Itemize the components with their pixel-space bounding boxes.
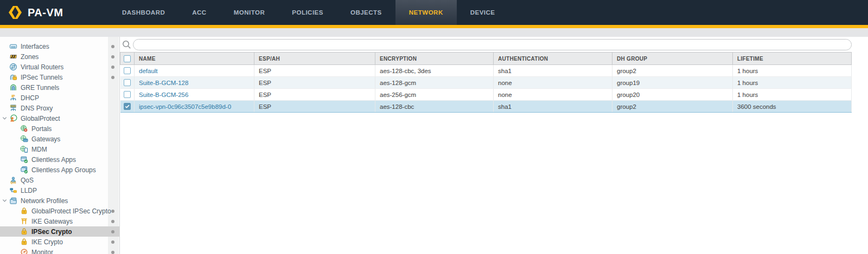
tab-device[interactable]: DEVICE: [457, 0, 509, 25]
sidebar-item-label: IPSec Crypto: [31, 228, 72, 236]
column-header-encryption[interactable]: ENCRYPTION: [375, 53, 494, 65]
status-dot: [111, 55, 114, 58]
column-header-name[interactable]: NAME: [135, 53, 254, 65]
virtual-routers-icon: [9, 63, 17, 71]
table-row[interactable]: Suite-B-GCM-256 ESP aes-256-gcm none gro…: [120, 89, 852, 101]
sidebar-item-label: LLDP: [21, 187, 37, 194]
sidebar-item-lldp[interactable]: LLDP: [0, 185, 119, 196]
row-checkbox-checked[interactable]: [124, 103, 131, 110]
cell-dh-group: group20: [612, 89, 733, 101]
sidebar-item-gateways[interactable]: Gateways: [0, 134, 119, 144]
ike-gateways-icon: [20, 217, 28, 225]
sidebar-item-ike-crypto[interactable]: IKE Crypto: [0, 237, 119, 247]
table-row-selected[interactable]: ipsec-vpn-0c96c3507c5e9b89d-0 ESP aes-12…: [120, 101, 852, 113]
mdm-icon: [20, 145, 28, 153]
profile-name-link[interactable]: Suite-B-GCM-256: [139, 92, 188, 98]
lldp-icon: [9, 186, 17, 194]
table-row[interactable]: default ESP aes-128-cbc, 3des sha1 group…: [120, 65, 852, 77]
gateways-icon: [20, 135, 28, 143]
search-input[interactable]: [133, 39, 852, 50]
sidebar-item-clientless-apps[interactable]: Clientless Apps: [0, 154, 119, 165]
sidebar-item-gre-tunnels[interactable]: GRE Tunnels: [0, 82, 119, 93]
sidebar-item-label: MDM: [31, 146, 47, 153]
tab-network[interactable]: NETWORK: [395, 0, 457, 25]
table-row[interactable]: Suite-B-GCM-128 ESP aes-128-gcm none gro…: [120, 77, 852, 89]
sidebar-item-interfaces[interactable]: Interfaces: [0, 41, 119, 51]
status-dot: [111, 251, 114, 254]
sidebar-item-label: GRE Tunnels: [21, 84, 59, 92]
zones-icon: [9, 53, 17, 61]
cell-lifetime: 3600 seconds: [733, 101, 852, 113]
profile-name-link[interactable]: default: [139, 68, 158, 74]
cell-lifetime: 1 hours: [733, 65, 852, 77]
cell-authentication: sha1: [494, 65, 612, 77]
status-dot: [111, 220, 114, 223]
tab-policies[interactable]: POLICIES: [278, 0, 337, 25]
profile-name-link[interactable]: Suite-B-GCM-128: [139, 80, 188, 86]
cell-esp-ah: ESP: [254, 77, 375, 89]
sidebar-item-zones[interactable]: Zones: [0, 51, 119, 62]
sidebar-item-virtual-routers[interactable]: Virtual Routers: [0, 62, 119, 72]
portals-icon: [20, 125, 28, 133]
tab-monitor[interactable]: MONITOR: [220, 0, 279, 25]
cell-encryption: aes-128-cbc, 3des: [375, 65, 494, 77]
cell-esp-ah: ESP: [254, 89, 375, 101]
network-profiles-icon: [9, 197, 17, 205]
sidebar-item-label: Gateways: [31, 135, 60, 143]
sidebar-item-label: Virtual Routers: [21, 63, 63, 71]
sidebar-item-ipsec-crypto[interactable]: IPSec Crypto: [0, 226, 119, 237]
cell-encryption: aes-128-cbc: [375, 101, 494, 113]
status-dot: [111, 210, 114, 213]
brand: PA-VM: [0, 0, 108, 25]
sidebar-item-label: QoS: [21, 177, 34, 184]
interfaces-icon: [9, 42, 17, 50]
palo-alto-logo-icon: [8, 5, 23, 20]
column-header-dh-group[interactable]: DH GROUP: [612, 53, 733, 65]
status-dot: [111, 230, 114, 233]
sidebar-item-qos[interactable]: QoS QoS: [0, 175, 119, 185]
select-all-header: [120, 53, 135, 65]
chevron-down-icon[interactable]: [2, 115, 8, 121]
status-dot: [111, 76, 114, 79]
column-header-lifetime[interactable]: LIFETIME: [733, 53, 852, 65]
dns-proxy-icon: DNS: [9, 104, 17, 112]
status-dot: [111, 66, 114, 69]
clientless-apps-icon: [20, 155, 28, 164]
sidebar-item-dns-proxy[interactable]: DNS DNS Proxy: [0, 103, 119, 113]
sidebar-item-label: IKE Crypto: [31, 238, 63, 246]
sidebar-item-dhcp[interactable]: IP DHCP: [0, 93, 119, 103]
svg-text:QoS: QoS: [10, 181, 16, 184]
sidebar-item-portals[interactable]: Portals: [0, 123, 119, 134]
ipsec-crypto-table: NAME ESP/AH ENCRYPTION AUTHENTICATION DH…: [120, 52, 852, 113]
sidebar-item-ike-gateways[interactable]: IKE Gateways: [0, 216, 119, 226]
cell-dh-group: group2: [612, 65, 733, 77]
select-all-checkbox[interactable]: [124, 55, 131, 62]
chevron-down-icon[interactable]: [2, 198, 8, 204]
search-row: [120, 37, 852, 52]
row-checkbox[interactable]: [124, 91, 131, 98]
lock-icon: [20, 207, 28, 215]
sidebar-item-label: IKE Gateways: [31, 218, 73, 225]
tab-dashboard[interactable]: DASHBOARD: [108, 0, 178, 25]
sidebar-item-monitor[interactable]: Monitor: [0, 247, 119, 254]
sidebar-item-ipsec-tunnels[interactable]: IPSec Tunnels: [0, 72, 119, 82]
column-header-esp-ah[interactable]: ESP/AH: [254, 53, 375, 65]
row-checkbox[interactable]: [124, 67, 131, 74]
gre-tunnels-icon: [9, 83, 17, 92]
sidebar-item-label: IPSec Tunnels: [21, 74, 62, 81]
lock-icon: [20, 227, 28, 236]
sidebar-item-globalprotect-ipsec-crypto[interactable]: GlobalProtect IPSec Crypto: [0, 206, 119, 216]
column-header-authentication[interactable]: AUTHENTICATION: [494, 53, 612, 65]
sidebar-item-network-profiles[interactable]: Network Profiles: [0, 196, 119, 206]
row-checkbox[interactable]: [124, 79, 131, 86]
globalprotect-icon: [9, 114, 17, 122]
sidebar-item-mdm[interactable]: MDM: [0, 144, 119, 154]
top-navbar: PA-VM DASHBOARD ACC MONITOR POLICIES OBJ…: [0, 0, 868, 25]
sidebar-item-globalprotect[interactable]: GlobalProtect: [0, 113, 119, 123]
sidebar-item-clientless-app-groups[interactable]: Clientless App Groups: [0, 165, 119, 175]
tab-acc[interactable]: ACC: [178, 0, 220, 25]
cell-esp-ah: ESP: [254, 65, 375, 77]
profile-name-link[interactable]: ipsec-vpn-0c96c3507c5e9b89d-0: [139, 103, 231, 110]
sidebar-item-label: Clientless Apps: [31, 156, 76, 164]
tab-objects[interactable]: OBJECTS: [337, 0, 395, 25]
